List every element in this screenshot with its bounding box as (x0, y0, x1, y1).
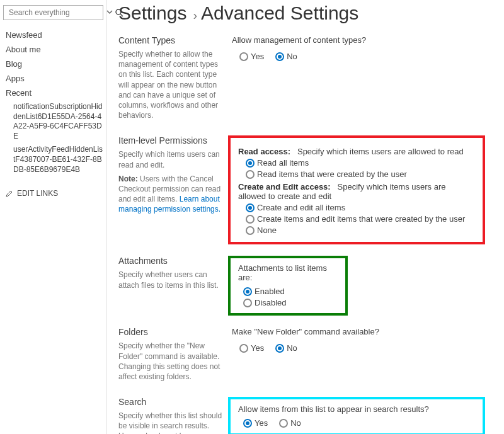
content-types-question: Allow management of content types? (232, 35, 498, 45)
breadcrumb: Settings › Advanced Settings (118, 3, 498, 24)
sidebar-item-newsfeed[interactable]: Newsfeed (3, 28, 103, 42)
section-desc: Specify whether users can attach files t… (118, 270, 223, 290)
section-title: Content Types (118, 35, 223, 45)
radio-icon (243, 287, 252, 296)
folders-yes[interactable]: Yes (239, 343, 264, 353)
section-folders: Folders Specify whether the "New Folder"… (118, 327, 498, 385)
search-box[interactable] (3, 5, 103, 20)
radio-icon (239, 344, 248, 353)
chevron-right-icon: › (193, 8, 197, 23)
option-label: Create and edit all items (257, 203, 345, 212)
edit-links-label: EDIT LINKS (17, 189, 58, 198)
option-label: Yes (251, 52, 264, 61)
option-label: No (287, 343, 297, 353)
folders-question: Make "New Folder" command available? (232, 327, 498, 336)
recent-item[interactable]: userActivityFeedHiddenListF4387007-BE61-… (13, 143, 103, 176)
recent-list: notificationSubscriptionHiddenList6D1E55… (3, 100, 103, 176)
section-content-types: Content Types Specify whether to allow t… (118, 35, 498, 124)
radio-icon (246, 203, 255, 212)
content-types-yes[interactable]: Yes (239, 51, 264, 62)
section-desc: Specify whether to allow the management … (118, 49, 223, 120)
attachments-disabled[interactable]: Disabled (243, 297, 338, 308)
sidebar-item-recent[interactable]: Recent (3, 86, 103, 100)
option-label: Read all items (257, 158, 309, 168)
radio-icon (246, 226, 255, 235)
section-item-permissions: Item-level Permissions Specify which ite… (118, 135, 498, 244)
radio-icon (243, 299, 252, 307)
search-no[interactable]: No (279, 418, 301, 428)
section-note: Note: Users with the Cancel Checkout per… (118, 174, 223, 215)
section-title: Folders (118, 327, 223, 337)
radio-icon (275, 52, 284, 61)
option-label: No (287, 52, 297, 61)
attachments-question: Attachments to list items are: (238, 263, 338, 282)
pencil-icon (6, 190, 13, 197)
create-edit-own[interactable]: Create items and edit items that were cr… (246, 214, 475, 224)
section-desc: Specify whether the "New Folder" command… (118, 341, 223, 382)
section-title: Search (118, 397, 223, 407)
main-content: Settings › Advanced Settings Content Typ… (107, 0, 504, 434)
radio-icon (279, 419, 288, 428)
sidebar: Newsfeed About me Blog Apps Recent notif… (0, 0, 107, 434)
page-title: Advanced Settings (201, 3, 358, 24)
create-edit-none[interactable]: None (246, 225, 475, 236)
read-all-items[interactable]: Read all items (246, 157, 475, 168)
recent-item[interactable]: notificationSubscriptionHiddenList6D1E55… (13, 100, 103, 143)
search-yes[interactable]: Yes (243, 418, 268, 428)
content-types-no[interactable]: No (275, 51, 297, 62)
radio-icon (275, 344, 284, 353)
option-label: Yes (255, 418, 268, 428)
folders-no[interactable]: No (275, 343, 297, 353)
read-own-items[interactable]: Read items that were created by the user (246, 169, 475, 180)
sidebar-item-aboutme[interactable]: About me (3, 42, 103, 57)
radio-icon (246, 215, 255, 224)
breadcrumb-settings[interactable]: Settings (118, 3, 186, 24)
option-label: None (257, 226, 277, 235)
item-permissions-highlight: Read access: Specify which items users a… (228, 135, 485, 244)
search-question: Allow items from this list to appear in … (238, 404, 475, 414)
radio-icon (246, 159, 255, 168)
option-label: Enabled (255, 287, 285, 296)
search-highlight: Allow items from this list to appear in … (228, 397, 485, 434)
option-label: Create items and edit items that were cr… (257, 214, 465, 224)
sidebar-item-blog[interactable]: Blog (3, 57, 103, 71)
option-label: Yes (251, 343, 264, 353)
section-attachments: Attachments Specify whether users can at… (118, 256, 498, 316)
section-search: Search Specify whether this list should … (118, 397, 498, 434)
radio-icon (243, 419, 252, 428)
option-label: Read items that were created by the user (257, 169, 407, 179)
sidebar-item-apps[interactable]: Apps (3, 71, 103, 86)
radio-icon (239, 52, 248, 61)
section-title: Attachments (118, 256, 223, 266)
attachments-highlight: Attachments to list items are: Enabled D… (228, 256, 348, 316)
option-label: Disabled (255, 298, 287, 307)
section-desc: Specify whether this list should be visi… (118, 411, 223, 434)
create-edit-all[interactable]: Create and edit all items (246, 202, 475, 213)
attachments-enabled[interactable]: Enabled (243, 286, 338, 297)
section-desc: Specify which items users can read and e… (118, 149, 223, 169)
radio-icon (246, 170, 255, 179)
section-title: Item-level Permissions (118, 135, 223, 146)
read-access-heading: Read access: Specify which items users a… (238, 147, 475, 156)
option-label: No (290, 418, 301, 428)
edit-links-button[interactable]: EDIT LINKS (3, 186, 103, 200)
create-edit-heading: Create and Edit access: Specify which it… (238, 182, 475, 201)
search-input[interactable] (8, 8, 105, 18)
